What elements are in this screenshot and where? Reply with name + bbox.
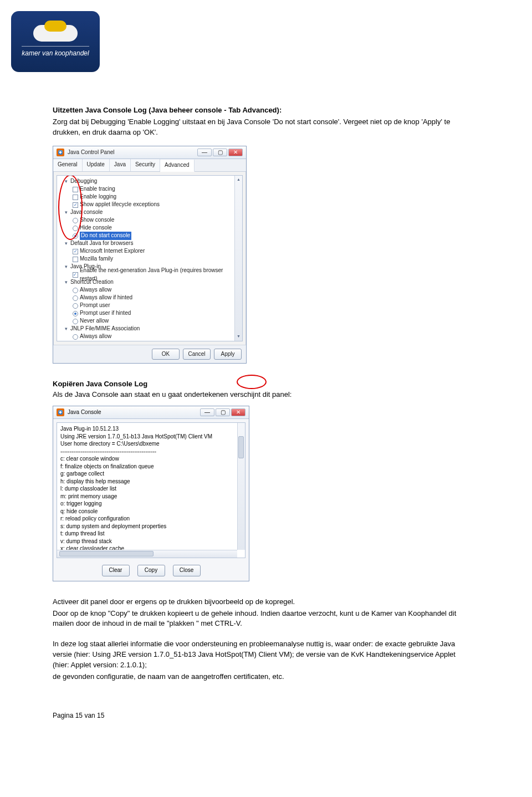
checkbox-nextgen-plugin[interactable]: ✓ bbox=[73, 272, 78, 278]
window-title: Java Control Panel bbox=[68, 149, 115, 157]
radio-mime-always[interactable] bbox=[73, 334, 78, 340]
console-line: Using JRE version 1.7.0_51-b13 Java HotS… bbox=[60, 433, 243, 441]
console-line: t: dump thread list bbox=[60, 530, 243, 538]
console-line: r: reload policy configuration bbox=[60, 515, 243, 523]
ok-button[interactable]: OK bbox=[152, 349, 180, 360]
checkbox-enable-tracing[interactable] bbox=[73, 187, 78, 192]
console-line: c: clear console window bbox=[60, 455, 243, 463]
radio-sc-never[interactable] bbox=[73, 319, 78, 324]
java-icon bbox=[57, 149, 64, 156]
radio-sc-prompt-hinted[interactable] bbox=[73, 311, 78, 316]
console-titlebar: Java Console — ▢ ✕ bbox=[53, 406, 249, 420]
minimize-button[interactable]: — bbox=[200, 408, 214, 416]
page-number: Pagina 15 van 15 bbox=[53, 712, 104, 719]
tab-java[interactable]: Java bbox=[110, 159, 131, 171]
group-java-console: Java console bbox=[70, 208, 103, 217]
window-titlebar: Java Control Panel — ▢ ✕ bbox=[53, 146, 246, 160]
console-line: h: display this help message bbox=[60, 478, 243, 486]
section1-body: Zorg dat bij Debugging 'Enable Logging' … bbox=[53, 117, 460, 138]
console-title: Java Console bbox=[68, 408, 101, 417]
checkbox-show-exceptions[interactable]: ✓ bbox=[73, 202, 78, 208]
tab-bar: General Update Java Security Advanced bbox=[53, 159, 246, 172]
console-line: User home directory = C:\Users\dbxeme bbox=[60, 440, 243, 448]
minimize-button[interactable]: — bbox=[197, 149, 212, 156]
advanced-tree: ▾Debugging Enable tracing Enable logging… bbox=[57, 175, 243, 341]
console-line: ----------------------------------------… bbox=[60, 448, 243, 456]
radio-dont-start-console[interactable] bbox=[73, 233, 78, 239]
copy-button[interactable]: Copy bbox=[137, 565, 165, 576]
java-console-window: Java Console — ▢ ✕ Java Plug-in 10.51.2.… bbox=[53, 406, 249, 581]
radio-sc-always[interactable] bbox=[73, 288, 78, 293]
radio-sc-prompt[interactable] bbox=[73, 303, 78, 309]
console-output[interactable]: Java Plug-in 10.51.2.13 Using JRE versio… bbox=[57, 422, 245, 558]
cancel-button[interactable]: Cancel bbox=[183, 349, 211, 360]
console-line: l: dump classloader list bbox=[60, 485, 243, 493]
console-line: o: trigger logging bbox=[60, 500, 243, 508]
maximize-button[interactable]: ▢ bbox=[213, 149, 227, 156]
body-paragraph: Door op de knop "Copy" te drukken kopiee… bbox=[53, 609, 460, 630]
console-line: v: dump thread stack bbox=[60, 538, 243, 545]
close-button[interactable]: ✕ bbox=[231, 408, 245, 416]
apply-button[interactable]: Apply bbox=[214, 349, 242, 360]
section2-body: Als de Java Console aan staat en u gaat … bbox=[53, 390, 460, 400]
group-debugging: Debugging bbox=[70, 177, 97, 186]
body-paragraph: de gevonden configuratie, de naam van de… bbox=[53, 672, 460, 682]
console-line: Java Plug-in 10.51.2.13 bbox=[60, 425, 243, 433]
java-control-panel-window: Java Control Panel — ▢ ✕ General Update … bbox=[53, 146, 247, 364]
console-line: m: print memory usage bbox=[60, 493, 243, 500]
console-line: g: garbage collect bbox=[60, 470, 243, 478]
section2-heading: Kopiëren Java Console Log bbox=[53, 380, 147, 388]
section1-heading: Uitzetten Java Console Log (Java beheer … bbox=[53, 105, 460, 116]
java-icon bbox=[57, 408, 64, 416]
group-shortcut: Shortcut Creation bbox=[70, 278, 114, 287]
group-mime: JNLP File/MIME Association bbox=[70, 325, 140, 333]
maximize-button[interactable]: ▢ bbox=[216, 408, 230, 416]
kvk-logo: kamer van koophandel bbox=[11, 11, 100, 72]
console-line: s: dump system and deployment properties bbox=[60, 523, 243, 530]
scrollbar-thumb[interactable] bbox=[59, 551, 154, 556]
body-paragraph: In deze log staat allerlei informatie di… bbox=[53, 639, 460, 671]
checkbox-ie[interactable]: ✓ bbox=[73, 249, 78, 254]
group-default-browsers: Default Java for browsers bbox=[70, 239, 133, 248]
logo-cloud-icon bbox=[33, 25, 78, 42]
clear-button[interactable]: Clear bbox=[102, 565, 130, 576]
console-line: f: finalize objects on finalization queu… bbox=[60, 463, 243, 471]
radio-hide-console[interactable] bbox=[73, 226, 78, 231]
tab-security[interactable]: Security bbox=[131, 159, 160, 171]
radio-sc-always-hinted[interactable] bbox=[73, 295, 78, 301]
checkbox-enable-logging[interactable] bbox=[73, 195, 78, 200]
console-line: q: hide console bbox=[60, 508, 243, 515]
scrollbar-vertical[interactable] bbox=[234, 176, 242, 341]
scrollbar-thumb[interactable] bbox=[238, 436, 244, 458]
tab-advanced[interactable]: Advanced bbox=[160, 160, 194, 172]
tab-update[interactable]: Update bbox=[83, 159, 110, 171]
body-paragraph: Activeer dit panel door er ergens op te … bbox=[53, 597, 460, 607]
close-button[interactable]: ✕ bbox=[228, 149, 243, 156]
radio-show-console[interactable] bbox=[73, 218, 78, 223]
logo-text: kamer van koophandel bbox=[22, 46, 89, 58]
close-button[interactable]: Close bbox=[173, 565, 201, 576]
tab-general[interactable]: General bbox=[53, 159, 83, 171]
checkbox-mozilla[interactable] bbox=[73, 257, 78, 262]
